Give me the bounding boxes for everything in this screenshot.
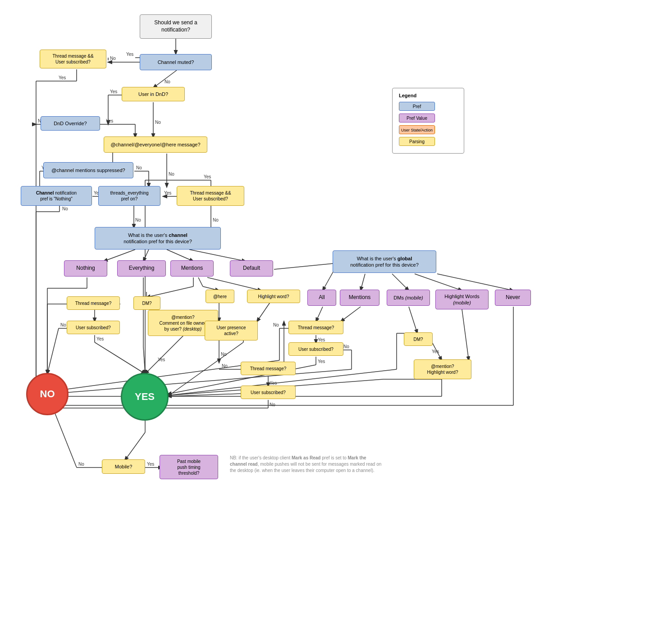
highlight-word-1-label: Highlight word? (258, 294, 289, 300)
svg-line-3 (153, 70, 177, 88)
start-node: Should we send a notification? (140, 14, 212, 39)
dm-q1-label: DM? (142, 300, 151, 306)
svg-text:No: No (270, 402, 275, 407)
dm-q2-label: DM? (413, 336, 423, 342)
dnd-override-node: DnD Override? (41, 116, 100, 131)
default-label: Default (243, 265, 260, 272)
legend-item-pref: Pref (399, 102, 457, 111)
legend: Legend Pref Pref Value User State/Action… (392, 88, 464, 154)
highlight-word-1-node: Highlight word? (247, 290, 300, 303)
mobile-q-label: Mobile? (115, 463, 133, 470)
all-label: All (319, 294, 325, 301)
diagram-container: No No Yes Yes Yes No No Yes Yes (0, 0, 672, 640)
thread-msg-q2-node: Thread message? (288, 321, 343, 334)
thread-msg-subscribed-1-node: Thread message && User subscribed? (40, 50, 106, 68)
channel-notif-pref-node: What is the user's channel notification … (95, 227, 221, 250)
svg-text:No: No (222, 363, 228, 368)
threads-everything-node: threads_everything pref on? (98, 186, 160, 206)
svg-text:No: No (78, 462, 84, 467)
channel-mentions-suppressed-node: @channel mentions suppressed? (43, 162, 133, 178)
dnd-override-label: DnD Override? (54, 120, 87, 127)
channel-everyone-node: @channel/@everyone/@here message? (104, 136, 207, 153)
user-presence-node: User presence active? (205, 321, 258, 340)
nothing-label: Nothing (76, 265, 95, 272)
global-notif-pref-node: What is the user's global notification p… (333, 250, 436, 273)
user-subscribed-q2-label: User subscribed? (298, 346, 334, 352)
past-mobile-push-node: Past mobile push timing threshold? (160, 455, 218, 479)
nothing-node: Nothing (64, 260, 107, 277)
channel-notif-nothing-label: Channel notification pref is "Nothing" (36, 190, 77, 202)
svg-line-64 (207, 277, 261, 290)
note-text: NB: if the user's desktop client Mark as… (230, 455, 383, 474)
svg-text:No: No (273, 322, 279, 327)
legend-box-user-state: User State/Action (399, 125, 435, 134)
yes-label: YES (135, 390, 155, 404)
channel-muted-node: Channel muted? (140, 54, 212, 70)
svg-text:Yes: Yes (204, 174, 211, 179)
svg-text:Yes: Yes (126, 52, 133, 57)
thread-msg-q3-label: Thread message? (250, 366, 287, 372)
svg-text:No: No (155, 120, 161, 125)
at-mention-highlight-label: @mention? Highlight word? (427, 363, 458, 375)
thread-msg-q1-label: Thread message? (75, 300, 112, 306)
svg-line-111 (316, 307, 323, 322)
svg-text:Yes: Yes (106, 118, 113, 123)
never-node: Never (495, 290, 531, 306)
thread-msg-subscribed-1-label: Thread message && User subscribed? (52, 53, 93, 65)
svg-line-51 (104, 250, 135, 261)
svg-text:No: No (221, 352, 227, 357)
user-dnd-label: User in DnD? (138, 91, 168, 97)
dm-q1-node: DM? (133, 296, 160, 310)
svg-text:No: No (136, 165, 142, 170)
svg-text:Yes: Yes (59, 75, 66, 80)
channel-muted-label: Channel muted? (158, 59, 194, 65)
legend-item-pref-value: Pref Value (399, 113, 457, 123)
past-mobile-push-label: Past mobile push timing threshold? (177, 458, 201, 476)
at-mention-q1-label: @mention? Comment on file owned by user?… (159, 314, 206, 332)
svg-line-68 (392, 274, 409, 290)
svg-text:Yes: Yes (432, 349, 439, 354)
user-subscribed-q3-node: User subscribed? (241, 386, 296, 399)
svg-line-134 (168, 393, 252, 396)
everything-label: Everything (129, 265, 155, 272)
svg-text:Yes: Yes (158, 357, 165, 362)
svg-line-70 (437, 274, 513, 290)
user-subscribed-q3-label: User subscribed? (251, 390, 286, 395)
legend-item-parsing: Parsing (399, 137, 457, 146)
svg-text:No: No (213, 218, 219, 222)
svg-line-69 (415, 274, 462, 290)
svg-line-93 (168, 342, 243, 396)
mentions-label: Mentions (181, 265, 203, 272)
at-mention-highlight-node: @mention? Highlight word? (414, 359, 471, 379)
user-dnd-node: User in DnD? (122, 87, 185, 101)
legend-title: Legend (399, 93, 457, 98)
svg-line-86 (145, 335, 184, 374)
everything-node: Everything (117, 260, 166, 277)
mentions-node: Mentions (170, 260, 214, 277)
svg-line-112 (341, 307, 361, 322)
svg-text:Yes: Yes (147, 462, 154, 467)
svg-line-106 (47, 369, 352, 394)
svg-text:Yes: Yes (96, 336, 104, 341)
legend-box-pref: Pref (399, 102, 435, 111)
channel-notif-pref-label: What is the user's channel notification … (123, 232, 192, 245)
mentions-global-label: Mentions (349, 294, 371, 301)
svg-text:No: No (169, 172, 174, 177)
svg-text:No: No (343, 344, 349, 349)
thread-msg-subscribed-2-label: Thread message && User subscribed? (190, 190, 231, 202)
svg-line-113 (409, 307, 417, 333)
start-label: Should we send a notification? (154, 19, 197, 33)
yes-circle: YES (121, 373, 169, 421)
svg-text:No: No (165, 79, 170, 84)
svg-text:No: No (62, 206, 68, 211)
at-here-label: @here (213, 294, 227, 300)
user-subscribed-q1-label: User subscribed? (76, 325, 111, 331)
dms-mobile-label: DMs (mobile) (393, 295, 423, 301)
svg-text:No: No (110, 56, 116, 61)
legend-item-user-state: User State/Action (399, 125, 457, 134)
channel-mentions-suppressed-label: @channel mentions suppressed? (51, 167, 125, 173)
highlight-words-mobile-label: Highlight Words (mobile) (444, 293, 479, 306)
svg-text:Yes: Yes (318, 337, 325, 342)
threads-everything-label: threads_everything pref on? (110, 190, 148, 202)
svg-line-59 (143, 347, 145, 374)
